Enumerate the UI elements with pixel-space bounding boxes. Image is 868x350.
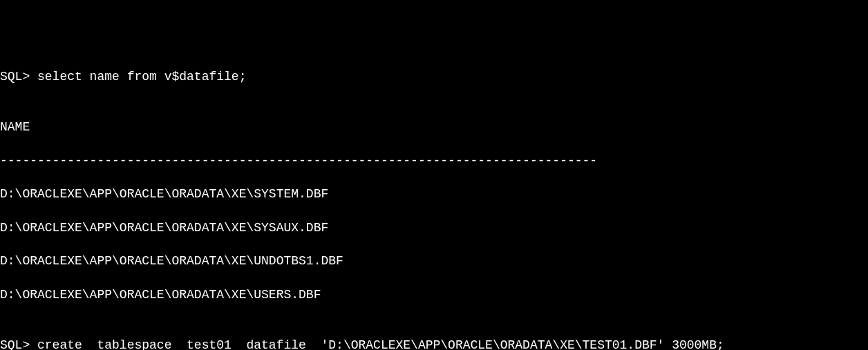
prompt-line[interactable]: SQL> select name from v$datafile;	[0, 68, 868, 85]
result-row: D:\ORACLEXE\APP\ORACLE\ORADATA\XE\UNDOTB…	[0, 253, 868, 269]
column-header: NAME	[0, 119, 868, 135]
result-row: D:\ORACLEXE\APP\ORACLE\ORADATA\XE\USERS.…	[0, 286, 868, 303]
result-row: D:\ORACLEXE\APP\ORACLE\ORADATA\XE\SYSTEM…	[0, 186, 868, 202]
prompt-line[interactable]: SQL> create tablespace test01 datafile '…	[0, 337, 868, 350]
separator-line: ----------------------------------------…	[0, 153, 868, 169]
result-row: D:\ORACLEXE\APP\ORACLE\ORADATA\XE\SYSAUX…	[0, 220, 868, 236]
